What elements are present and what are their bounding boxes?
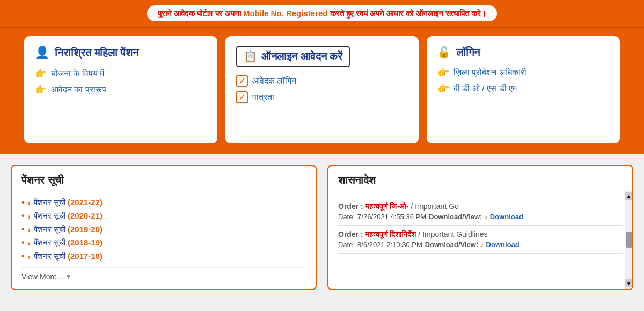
card3-link2-text: बी डी ओ / एस डी एम [453, 84, 517, 93]
pensioner-panel-title: पेंशनर सूची [21, 174, 306, 191]
order-title-row: Order : महत्वपूर्ण जि॰ओ॰ / Important Go [338, 202, 623, 211]
order-item: Order : महत्वपूर्ण जि॰ओ॰ / Important Go … [338, 198, 623, 226]
list-bullet: • [21, 225, 25, 234]
download-view-label: Download/View: [425, 241, 478, 249]
finger-icon-3: 👉 [437, 67, 449, 78]
card2-title-highlighted: 📋 ऑनलाइन आवेदन करें [236, 46, 350, 67]
shasnadesh-panel-title: शासनादेश [338, 174, 623, 191]
year-badge: (2018-19) [68, 238, 103, 247]
pensioner-list-link[interactable]: पेंशनर सूची (2021-22) [34, 198, 103, 207]
card3-link1[interactable]: 👉 ज़िला प्रोबेशन अधिकारी [437, 67, 609, 78]
year-badge: (2021-22) [68, 198, 103, 207]
download-arrow-icon: › [481, 241, 483, 249]
date-label: Date: [338, 213, 355, 221]
pensioner-list-link[interactable]: पेंशनर सूची (2020-21) [34, 211, 103, 221]
list-item: • › पेंशनर सूची (2021-22) [21, 198, 306, 207]
orders-container: Order : महत्वपूर्ण जि॰ओ॰ / Important Go … [338, 198, 623, 254]
card1-link1[interactable]: 👉 योजना के विषय में [35, 68, 207, 79]
calendar-icon: 📋 [244, 50, 257, 63]
pensioner-list-link[interactable]: पेंशनर सूची (2018-19) [34, 238, 103, 248]
card1-title-text: निराश्रित महिला पेंशन [55, 47, 138, 59]
date-row: Date: 8/6/2021 2:10:30 PM Download/View:… [338, 241, 623, 249]
list-arrow-icon: › [28, 212, 31, 221]
order-title-separator: / [411, 202, 415, 211]
list-item: • › पेंशनर सूची (2020-21) [21, 211, 306, 221]
banner-english-part: Mobile No. Registered [243, 9, 328, 18]
list-arrow-icon: › [28, 252, 31, 261]
card2-title: 📋 ऑनलाइन आवेदन करें [236, 46, 408, 67]
finger-icon-4: 👉 [437, 83, 449, 95]
card1-link2-text: आवेदन का प्रारूप [51, 85, 106, 95]
card1-link2[interactable]: 👉 आवेदन का प्रारूप [35, 84, 207, 96]
list-arrow-icon: › [28, 225, 31, 234]
order-title-separator: / [418, 230, 422, 238]
finger-icon-1: 👉 [35, 68, 47, 79]
banner-text: पुराने आवेदक पोर्टल पर अपना Mobile No. R… [147, 5, 497, 21]
shasnadesh-panel: शासनादेश Order : महत्वपूर्ण जि॰ओ॰ / Impo… [327, 165, 633, 290]
scroll-up-button[interactable]: ▲ [625, 192, 633, 200]
download-link[interactable]: Download [486, 241, 519, 249]
pensioner-panel: पेंशनर सूची • › पेंशनर सूची (2021-22) • … [11, 165, 317, 290]
year-badge: (2020-21) [68, 211, 103, 220]
card-online-application: 📋 ऑनलाइन आवेदन करें ✓ आवेदक लॉगिन ✓ पात्… [225, 36, 419, 143]
order-title-row: Order : महत्वपूर्ण दिशानिर्देश / Importa… [338, 230, 623, 239]
scroll-thumb[interactable] [626, 232, 632, 248]
year-badge: (2017-18) [68, 251, 103, 261]
pensioner-list: • › पेंशनर सूची (2021-22) • › पेंशनर सूच… [21, 198, 306, 261]
list-item: • › पेंशनर सूची (2018-19) [21, 238, 306, 248]
card2-title-text: ऑनलाइन आवेदन करें [261, 50, 342, 63]
list-item: • › पेंशनर सूची (2019-20) [21, 225, 306, 234]
card2-link2[interactable]: ✓ पात्रता [236, 91, 408, 103]
lock-icon: 🔓 [437, 46, 451, 59]
download-view-label: Download/View: [429, 213, 482, 221]
scroll-down-button[interactable]: ▼ [625, 279, 633, 287]
card2-link1[interactable]: ✓ आवेदक लॉगिन [236, 75, 408, 87]
cards-section: 👤 निराश्रित महिला पेंशन 👉 योजना के विषय … [0, 28, 644, 154]
download-link[interactable]: Download [490, 213, 523, 221]
order-title-hindi: महत्वपूर्ण दिशानिर्देश [365, 230, 416, 238]
banner-hindi-part1: पुराने आवेदक पोर्टल पर अपना [158, 9, 241, 18]
order-label: Order : [338, 230, 363, 238]
view-more-button[interactable]: View More... ▼ [21, 267, 306, 281]
date-label: Date: [338, 241, 355, 249]
chevron-down-icon: ▼ [65, 273, 72, 280]
check-icon-2: ✓ [236, 91, 248, 103]
card1-link1-text: योजना के विषय में [51, 69, 104, 78]
top-banner: पुराने आवेदक पोर्टल पर अपना Mobile No. R… [0, 0, 644, 28]
card3-title: 🔓 लॉगिन [437, 46, 609, 59]
pensioner-list-link[interactable]: पेंशनर सूची (2019-20) [34, 225, 103, 234]
order-title-english: Important Go [415, 202, 459, 211]
card3-title-text: लॉगिन [456, 46, 480, 59]
list-item: • › पेंशनर सूची (2017-18) [21, 251, 306, 261]
order-label: Order : [338, 202, 363, 211]
card3-link1-text: ज़िला प्रोबेशन अधिकारी [453, 68, 526, 77]
bottom-section: पेंशनर सूची • › पेंशनर सूची (2021-22) • … [0, 154, 644, 301]
order-item: Order : महत्वपूर्ण दिशानिर्देश / Importa… [338, 226, 623, 254]
year-badge: (2019-20) [68, 225, 103, 234]
person-icon: 👤 [35, 46, 49, 60]
date-value: 7/26/2021 4:55:36 PM [357, 213, 426, 221]
card2-link1-text: आवेदक लॉगिन [252, 76, 296, 86]
scrollbar[interactable]: ▲ ▼ [625, 190, 632, 289]
card2-link2-text: पात्रता [252, 92, 274, 102]
date-row: Date: 7/26/2021 4:55:36 PM Download/View… [338, 213, 623, 221]
order-title-english: Important Guidlines [422, 230, 487, 238]
date-value: 8/6/2021 2:10:30 PM [357, 241, 422, 249]
list-bullet: • [21, 211, 25, 221]
list-bullet: • [21, 198, 25, 207]
card-nirashrit: 👤 निराश्रित महिला पेंशन 👉 योजना के विषय … [24, 36, 217, 143]
card-login: 🔓 लॉगिन 👉 ज़िला प्रोबेशन अधिकारी 👉 बी डी… [427, 36, 620, 143]
banner-hindi-part2: करते हुए स्वयं अपने आधार को ऑनलाइन सत्या… [330, 9, 486, 18]
list-arrow-icon: › [28, 238, 31, 248]
list-bullet: • [21, 251, 25, 261]
order-title-hindi: महत्वपूर्ण जि॰ओ॰ [365, 202, 409, 211]
view-more-text: View More... [21, 272, 63, 281]
list-bullet: • [21, 238, 25, 248]
card3-link2[interactable]: 👉 बी डी ओ / एस डी एम [437, 83, 609, 95]
list-arrow-icon: › [28, 198, 31, 207]
finger-icon-2: 👉 [35, 84, 47, 96]
card1-title: 👤 निराश्रित महिला पेंशन [35, 46, 207, 60]
download-arrow-icon: › [485, 213, 487, 221]
check-icon-1: ✓ [236, 75, 248, 87]
pensioner-list-link[interactable]: पेंशनर सूची (2017-18) [34, 251, 103, 261]
